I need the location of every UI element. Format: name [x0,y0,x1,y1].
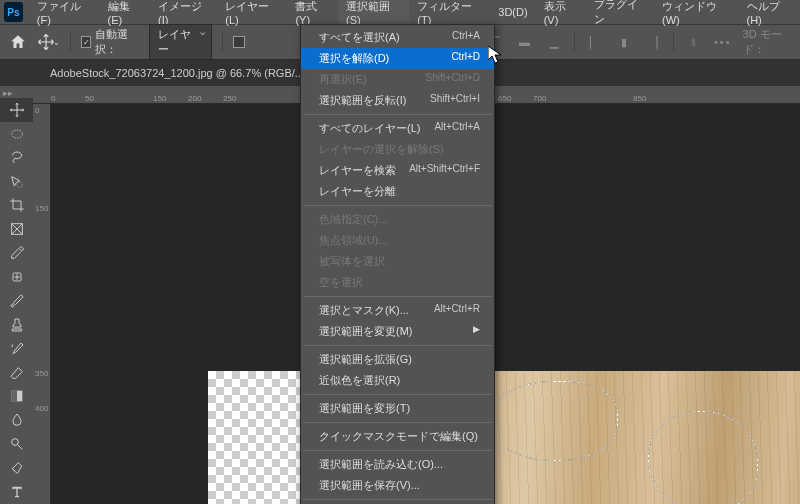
app-logo: Ps [4,2,23,22]
menu-item[interactable]: 選択範囲を変更(M)▶ [301,321,494,342]
separator [673,32,674,52]
ruler-vertical: 0 150 350 400 [33,104,51,504]
menu-help[interactable]: ヘルプ(H) [739,0,800,30]
menu-item[interactable]: レイヤーを分離 [301,181,494,202]
gradient-tool[interactable] [0,385,33,409]
type-tool[interactable] [0,480,33,504]
mode-3d-label: 3D モード： [743,27,793,57]
menu-item[interactable]: すべてを選択(A)Ctrl+A [301,27,494,48]
menu-item: 焦点領域(U)... [301,230,494,251]
svg-rect-5 [11,391,16,402]
menu-separator [303,422,492,423]
separator [574,32,575,52]
menu-edit[interactable]: 編集(E) [100,0,151,30]
lasso-tool[interactable] [0,146,33,170]
transform-controls-group [233,36,245,48]
menu-item[interactable]: 選択範囲を変形(T) [301,398,494,419]
menu-separator [303,205,492,206]
move-tool-icon[interactable]: ⌄ [37,30,60,54]
document-tab[interactable]: AdobeStock_72063724_1200.jpg @ 66.7% (RG… [40,63,314,83]
menu-item: 再選択(E)Shift+Ctrl+D [301,69,494,90]
home-icon[interactable] [8,30,27,54]
quick-select-tool[interactable] [0,170,33,194]
menu-item: 被写体を選択 [301,251,494,272]
menu-file[interactable]: ファイル(F) [29,0,100,30]
svg-point-6 [11,439,18,446]
menu-item: 空を選択 [301,272,494,293]
transform-checkbox[interactable] [233,36,245,48]
auto-select-label: 自動選択： [95,27,139,57]
menu-item[interactable]: 近似色を選択(R) [301,370,494,391]
toolbar-collapse-icon[interactable]: ▸▸ [0,88,14,98]
align-bottom-icon[interactable]: ▁ [544,30,563,54]
align-vcenter-icon[interactable]: ▬ [515,30,534,54]
menu-layer[interactable]: レイヤー(L) [217,0,287,30]
history-brush-tool[interactable] [0,337,33,361]
distribute-icon[interactable]: ⫴ [684,30,703,54]
pen-tool[interactable] [0,456,33,480]
marquee-selection [488,381,618,461]
menu-3d[interactable]: 3D(D) [490,2,535,22]
svg-point-1 [17,182,22,187]
brush-tool[interactable] [0,289,33,313]
stamp-tool[interactable] [0,313,33,337]
menu-separator [303,345,492,346]
menu-item: レイヤーの選択を解除(S) [301,139,494,160]
menu-window[interactable]: ウィンドウ(W) [654,0,739,30]
select-menu-dropdown: すべてを選択(A)Ctrl+A選択を解除(D)Ctrl+D再選択(E)Shift… [300,24,495,504]
menu-plugin[interactable]: プラグイン [586,0,654,31]
eyedropper-tool[interactable] [0,241,33,265]
marquee-tool[interactable] [0,122,33,146]
toolbar: ▸▸ [0,86,33,504]
eraser-tool[interactable] [0,361,33,385]
menu-separator [303,394,492,395]
auto-select-checkbox[interactable]: ✓ [81,36,91,48]
move-tool[interactable] [0,98,33,122]
align-hcenter-icon[interactable]: ▮ [614,30,633,54]
separator [70,32,71,52]
menu-item[interactable]: レイヤーを検索Alt+Shift+Ctrl+F [301,160,494,181]
healing-tool[interactable] [0,265,33,289]
frame-tool[interactable] [0,217,33,241]
menu-item[interactable]: すべてのレイヤー(L)Alt+Ctrl+A [301,118,494,139]
menu-separator [303,296,492,297]
menu-separator [303,499,492,500]
crop-tool[interactable] [0,194,33,218]
menu-view[interactable]: 表示(V) [536,0,587,30]
canvas[interactable] [208,371,800,504]
menu-item[interactable]: クイックマスクモードで編集(Q) [301,426,494,447]
menu-separator [303,450,492,451]
menu-item[interactable]: 選択を解除(D)Ctrl+D [301,48,494,69]
auto-select-group: ✓ 自動選択： [81,27,139,57]
marquee-selection [648,411,758,504]
menu-item: 色域指定(C)... [301,209,494,230]
dodge-tool[interactable] [0,432,33,456]
separator [222,32,223,52]
more-options-icon[interactable]: ••• [713,30,732,54]
menu-item[interactable]: 選択範囲を反転(I)Shift+Ctrl+I [301,90,494,111]
menu-item[interactable]: 選択とマスク(K)...Alt+Ctrl+R [301,300,494,321]
menu-separator [303,114,492,115]
blur-tool[interactable] [0,408,33,432]
menu-item[interactable]: 選択範囲を拡張(G) [301,349,494,370]
menubar: Ps ファイル(F) 編集(E) イメージ(I) レイヤー(L) 書式(Y) 選… [0,0,800,24]
align-left-icon[interactable]: ▏ [584,30,603,54]
auto-select-target-dropdown[interactable]: レイヤー [149,24,213,60]
svg-point-0 [11,130,22,138]
menu-item[interactable]: 選択範囲を読み込む(O)... [301,454,494,475]
menu-item[interactable]: 選択範囲を保存(V)... [301,475,494,496]
align-right-icon[interactable]: ▕ [643,30,662,54]
